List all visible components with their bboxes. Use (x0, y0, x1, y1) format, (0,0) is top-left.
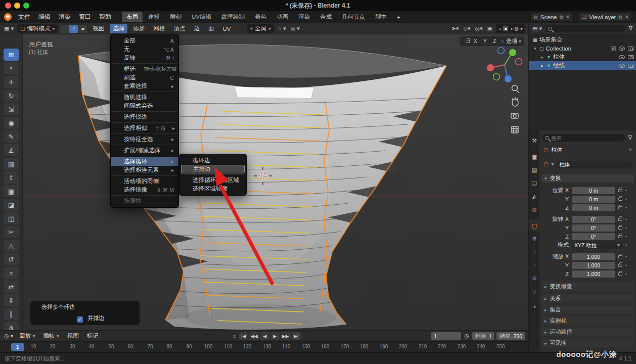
expand-icon[interactable]: ▸ (540, 55, 544, 60)
menu-item-circle-select[interactable]: 刷选C (111, 73, 178, 82)
tool-spin[interactable]: ↺ (4, 253, 19, 265)
mirror-y-toggle[interactable]: Y (481, 38, 489, 45)
zoom-icon[interactable] (512, 85, 520, 94)
operator-panel[interactable]: 选择多个环边 ✓ 并排边 (30, 301, 140, 325)
menu-view[interactable]: 视图 (89, 24, 107, 33)
workspace-tab-rendering[interactable]: 渲染 (294, 12, 314, 22)
shading-dropdown-icon[interactable]: ▾ (520, 26, 523, 31)
edge-select-button[interactable]: ∕ (69, 25, 78, 33)
tab-tool[interactable]: ⚒ (529, 134, 540, 147)
lock-icon[interactable] (618, 198, 622, 201)
menu-file[interactable]: 文件 (15, 12, 34, 22)
jump-to-end-button[interactable]: ▶| (292, 332, 301, 340)
editor-type-3d-viewport-icon[interactable]: ▦ ▾ (3, 25, 15, 32)
tool-scale[interactable]: ⇲ (4, 103, 19, 115)
tool-edge-slide[interactable]: ⇄ (4, 281, 19, 293)
new-viewlayer-icon[interactable]: ⧉ (618, 14, 622, 20)
rotation-z-field[interactable]: 0° (572, 233, 615, 240)
lock-icon[interactable] (618, 235, 622, 238)
workspace-tab-shading[interactable]: 着色 (250, 12, 271, 22)
menu-vertex[interactable]: 顶点 (170, 24, 188, 33)
marker-menu[interactable]: 标记 (84, 331, 102, 341)
tab-object[interactable]: ▢ (529, 219, 540, 232)
lock-icon[interactable] (618, 189, 622, 192)
jump-to-start-button[interactable]: |◀ (239, 332, 248, 340)
scale-y-field[interactable]: 1.000 (572, 262, 615, 269)
menu-item-select-similar[interactable]: 选择相似⇧ G▸ (111, 124, 178, 132)
menu-help[interactable]: 帮助 (96, 12, 115, 22)
lock-icon[interactable] (618, 226, 622, 230)
tool-transform[interactable]: ◉ (4, 117, 19, 129)
rotation-x-field[interactable]: 0° (572, 216, 615, 223)
tool-inset-faces[interactable]: ▣ (4, 185, 19, 197)
lock-icon[interactable] (618, 255, 622, 258)
options-dropdown[interactable]: 选项 ▾ (506, 37, 521, 45)
minimize-window-button[interactable] (14, 3, 20, 9)
section-motion-paths[interactable]: ▸运动路径 (541, 328, 634, 336)
workspace-tab-sculpting[interactable]: 雕刻 (165, 12, 186, 22)
rotation-mode-dropdown[interactable]: XYZ 欧拉▾ (572, 242, 622, 249)
disable-in-render-icon[interactable] (628, 47, 634, 51)
menu-uv[interactable]: UV (219, 25, 234, 33)
transform-panel-header[interactable]: ▾ 变换 (541, 174, 634, 183)
location-y-field[interactable]: 0 m (572, 196, 615, 203)
lock-icon[interactable] (618, 218, 622, 221)
orthographic-grid-icon[interactable] (512, 126, 518, 133)
tool-measure[interactable]: ∡ (4, 144, 19, 156)
tool-add-cube[interactable]: ▦ (4, 158, 19, 170)
close-window-button[interactable] (5, 3, 11, 9)
play-button[interactable]: ▶ (270, 332, 280, 340)
tab-view-layer[interactable]: ❏ (529, 177, 540, 189)
tool-rotate[interactable]: ↻ (4, 89, 19, 102)
animate-dot-icon[interactable]: • (625, 197, 627, 202)
workspace-tab-animation[interactable]: 动画 (272, 12, 293, 22)
workspace-tab-scripting[interactable]: 脚本 (371, 12, 391, 22)
expand-icon[interactable]: ▸ (540, 63, 544, 68)
outliner-search-input[interactable] (554, 26, 623, 32)
animate-dot-icon[interactable]: • (625, 188, 627, 193)
menu-window[interactable]: 窗口 (75, 12, 95, 22)
menu-item-all[interactable]: 全部A (111, 36, 178, 45)
shading-wireframe-button[interactable]: ○ (498, 26, 502, 31)
tool-tweak-select[interactable]: ⊞ (4, 49, 19, 61)
overlays-toggle-icon[interactable]: ◎▾ (474, 25, 484, 32)
section-visibility[interactable]: ▸可见性 (541, 339, 634, 347)
tab-output[interactable]: ▤ (529, 164, 540, 176)
tab-constraints[interactable]: ⊙ (529, 272, 540, 284)
lock-icon[interactable] (618, 206, 622, 209)
menu-item-select-sharp-edges[interactable]: 选择锐边 (111, 113, 178, 121)
previous-keyframe-button[interactable]: ◀◀ (249, 332, 259, 340)
animate-dot-icon[interactable]: • (625, 271, 627, 277)
menu-add[interactable]: 添加 (130, 24, 148, 33)
animate-dot-icon[interactable]: • (625, 205, 627, 210)
keying-menu[interactable]: 插帧 ▾ (40, 331, 62, 341)
object-name-field[interactable]: 柱体 (557, 161, 632, 168)
menu-item-lasso-select[interactable]: 套索选择▸ (111, 82, 178, 90)
menu-item-select-loops[interactable]: 选择循环▸ (111, 157, 178, 166)
current-frame-field[interactable]: 1 (431, 332, 461, 340)
pin-icon[interactable]: ⌖ (629, 147, 632, 153)
menu-item-by-attribute[interactable]: 按属性 (111, 197, 178, 205)
animate-dot-icon[interactable]: • (625, 225, 627, 231)
hide-in-viewport-icon[interactable] (619, 47, 625, 51)
tab-object-data[interactable]: ▽ (529, 285, 540, 297)
submenu-item-edge-rings[interactable]: 并排边 (181, 165, 245, 173)
tool-extrude[interactable]: ⇧ (4, 171, 19, 184)
outliner-row-jingxian[interactable]: ▸ ▼ 经线 (529, 61, 636, 70)
tab-physics[interactable]: ◌ (529, 259, 540, 271)
menu-item-side-of-active[interactable]: 活动项的同侧 (111, 177, 178, 186)
animate-dot-icon[interactable]: • (625, 217, 627, 222)
lock-icon[interactable] (618, 264, 622, 267)
menu-mesh[interactable]: 网格 (150, 24, 168, 33)
section-collections[interactable]: ▸集合 (541, 305, 634, 314)
outliner-row-cylinder[interactable]: ▸ ▼ 柱体 (529, 53, 636, 61)
tab-material[interactable]: ◑ (529, 300, 540, 312)
delete-scene-icon[interactable]: ✕ (566, 14, 570, 20)
navigation-gizmo[interactable] (487, 48, 522, 83)
menu-select[interactable]: 选择 (110, 24, 127, 33)
menu-item-checker-deselect[interactable]: 间隔式弃选 (111, 102, 178, 110)
next-keyframe-button[interactable]: ▶▶ (281, 332, 291, 340)
tab-particles[interactable]: ∴ (529, 246, 540, 258)
workspace-tab-compositing[interactable]: 合成 (315, 12, 336, 22)
auto-keying-toggle[interactable]: ○ (232, 333, 237, 339)
